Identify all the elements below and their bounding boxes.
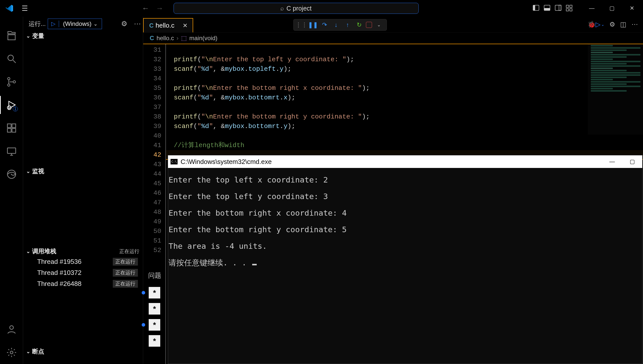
thread-row[interactable]: Thread #19536正在运行	[23, 256, 143, 267]
activity-account-icon[interactable]	[0, 318, 23, 341]
nav-back-icon[interactable]: ←	[142, 4, 149, 13]
line-number[interactable]: 39	[143, 122, 165, 131]
breadcrumb[interactable]: C hello.c › ⬚ main(void)	[143, 33, 643, 44]
debug-pause-icon[interactable]: ❚❚	[308, 20, 318, 30]
editor-tab-hello-c[interactable]: C hello.c ✕	[143, 18, 193, 32]
section-breakpoints-header[interactable]: ⌄ 断点	[23, 347, 143, 356]
run-debug-panel: 运行... ▷ (Windows)⌄ ⚙ ⋯ ⌄ 变量 ⌄ 监视 ⌄ 调用堆栈 …	[23, 17, 143, 364]
line-number[interactable]: 36	[143, 93, 165, 102]
problems-tab-label[interactable]: 问题	[143, 269, 168, 284]
breadcrumb-symbol[interactable]: main(void)	[189, 35, 218, 42]
line-number[interactable]: 46	[143, 188, 165, 198]
breadcrumb-file[interactable]: hello.c	[156, 35, 174, 42]
debug-config-selector[interactable]: ▷ (Windows)⌄	[48, 19, 102, 29]
code-line[interactable]	[165, 102, 643, 112]
debug-settings-icon[interactable]: ⚙	[121, 20, 127, 28]
code-line[interactable]	[165, 45, 643, 55]
section-variables-header[interactable]: ⌄ 变量	[23, 31, 143, 41]
code-line[interactable]: scanf("%d", &mybox.bottomrt.y);	[165, 122, 643, 131]
run-debug-toolbar-icon[interactable]: 🐞▷⌄	[587, 21, 604, 28]
activity-extensions-icon[interactable]	[0, 116, 23, 140]
code-line[interactable]: scanf("%d", &mybox.bottomrt.x);	[165, 93, 643, 102]
cmd-console-window[interactable]: C:\ C:\Windows\system32\cmd.exe — ▢ Ente…	[168, 155, 642, 364]
start-debug-icon[interactable]: ▷	[48, 21, 59, 27]
line-number[interactable]: 32	[143, 55, 165, 64]
line-number[interactable]: 42	[143, 150, 165, 160]
section-callstack-header[interactable]: ⌄ 调用堆栈 正在运行	[23, 247, 143, 256]
toggle-panel-icon[interactable]	[544, 4, 551, 12]
activity-debug-icon[interactable]: 1	[0, 93, 23, 116]
command-center-search[interactable]: ⌕ C project	[174, 3, 419, 14]
line-number[interactable]: 52	[143, 246, 165, 255]
problems-panel: 问题 ****	[143, 269, 168, 351]
minimap[interactable]	[588, 44, 643, 135]
line-number[interactable]: 48	[143, 207, 165, 217]
debug-step-out-icon[interactable]: ↑	[343, 20, 352, 30]
debug-step-over-icon[interactable]: ↷	[320, 20, 329, 30]
line-number[interactable]: 40	[143, 131, 165, 141]
cmd-minimize-button[interactable]: —	[602, 155, 622, 168]
window-maximize-button[interactable]: ▢	[602, 0, 622, 17]
line-number[interactable]: 49	[143, 217, 165, 226]
cmd-titlebar[interactable]: C:\ C:\Windows\system32\cmd.exe — ▢	[168, 155, 642, 168]
activity-remote-icon[interactable]	[0, 140, 23, 163]
tab-close-icon[interactable]: ✕	[183, 22, 188, 29]
line-number[interactable]: 34	[143, 74, 165, 83]
hamburger-menu-icon[interactable]: ☰	[22, 4, 28, 13]
code-line[interactable]: printf("\nEnter the bottom right x coord…	[165, 83, 643, 93]
section-watch-header[interactable]: ⌄ 监视	[23, 166, 143, 176]
line-number[interactable]: 35	[143, 83, 165, 93]
line-number[interactable]: 31	[143, 45, 165, 55]
line-number[interactable]: 38	[143, 112, 165, 122]
code-line[interactable]	[165, 74, 643, 83]
split-editor-icon[interactable]: ◫	[620, 21, 626, 28]
problem-marker[interactable]: *	[149, 319, 160, 331]
nav-forward-icon[interactable]: →	[156, 4, 164, 13]
chevron-down-icon[interactable]: ⌄	[374, 20, 384, 30]
activity-search-icon[interactable]	[0, 47, 23, 70]
svg-rect-15	[7, 124, 11, 128]
problem-marker[interactable]: *	[149, 335, 160, 347]
code-line[interactable]: //计算length和width	[165, 141, 643, 150]
line-number[interactable]: 41	[143, 141, 165, 150]
thread-row[interactable]: Thread #10372正在运行	[23, 267, 143, 278]
activity-settings-icon[interactable]	[0, 341, 23, 364]
debug-step-into-icon[interactable]: ↓	[331, 20, 341, 30]
layout-controls	[532, 4, 573, 12]
editor-settings-icon[interactable]: ⚙	[609, 21, 615, 28]
code-line[interactable]: scanf("%d", &mybox.topleft.y);	[165, 64, 643, 74]
problem-marker[interactable]: *	[149, 303, 160, 315]
line-number[interactable]: 33	[143, 64, 165, 74]
customize-layout-icon[interactable]	[566, 4, 573, 12]
line-number[interactable]: 45	[143, 179, 165, 188]
chevron-down-icon: ⌄	[25, 33, 31, 39]
code-line[interactable]: printf("\nEnter the top left y coordinat…	[165, 55, 643, 64]
line-number[interactable]: 37	[143, 102, 165, 112]
line-number[interactable]: 47	[143, 198, 165, 207]
line-number[interactable]: 43	[143, 160, 165, 169]
toggle-primary-sidebar-icon[interactable]	[532, 4, 540, 12]
window-minimize-button[interactable]: —	[582, 0, 602, 17]
section-breakpoints-label: 断点	[32, 347, 44, 355]
debug-floating-toolbar[interactable]: ⋮⋮ ❚❚ ↷ ↓ ↑ ↻ ⌄	[293, 19, 387, 31]
line-number[interactable]: 50	[143, 226, 165, 236]
editor-more-icon[interactable]: ⋯	[631, 21, 638, 28]
debug-more-icon[interactable]: ⋯	[134, 20, 141, 28]
drag-handle-icon[interactable]: ⋮⋮	[297, 20, 306, 30]
line-number[interactable]: 51	[143, 236, 165, 246]
debug-restart-icon[interactable]: ↻	[354, 20, 364, 30]
thread-row[interactable]: Thread #26488正在运行	[23, 278, 143, 289]
activity-explorer-icon[interactable]	[0, 24, 23, 47]
debug-stop-icon[interactable]	[366, 22, 372, 28]
code-line[interactable]	[165, 131, 643, 141]
activity-scm-icon[interactable]	[0, 70, 23, 93]
code-line[interactable]: printf("\nEnter the bottom right y coord…	[165, 112, 643, 122]
activity-edge-icon[interactable]	[0, 163, 23, 186]
line-number[interactable]: 44	[143, 169, 165, 179]
svg-point-12	[8, 84, 10, 86]
cmd-maximize-button[interactable]: ▢	[622, 155, 642, 168]
toggle-secondary-sidebar-icon[interactable]	[555, 4, 562, 12]
window-close-button[interactable]: ✕	[622, 0, 642, 17]
section-breakpoints-body	[23, 356, 143, 364]
problem-marker[interactable]: *	[149, 287, 160, 298]
